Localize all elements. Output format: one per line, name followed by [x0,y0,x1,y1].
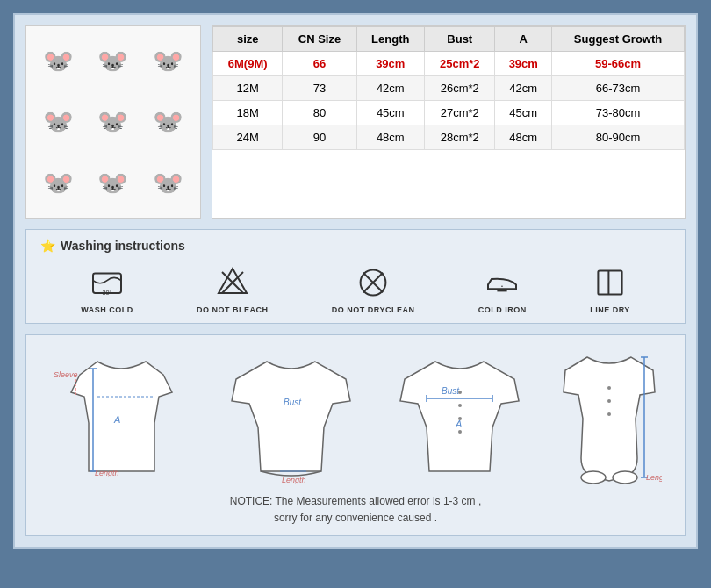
svg-rect-10 [598,270,621,294]
mickey-icon-1: 🐭 [32,32,85,90]
cell-2-0: 18M [213,101,283,125]
col-suggest: Suggest Growth [552,27,685,52]
diagram-4-svg: Length [557,344,662,484]
svg-text:Length: Length [95,469,119,477]
no-bleach-icon [215,265,250,300]
svg-text:Bust: Bust [442,386,460,396]
mickey-icon-9: 🐭 [141,154,195,212]
table-row: 24M9048cm28cm*248cm80-90cm [213,125,685,150]
cell-1-2: 42cm [356,76,425,101]
washing-section: ⭐ Washing instructions 30° WASH COLD [25,229,686,324]
diagram-1-svg: Sleeve A Length [49,344,194,484]
cell-1-3: 26cm*2 [425,76,495,101]
col-size: size [213,27,283,52]
mickey-icon-3: 🐭 [141,32,195,90]
svg-point-34 [607,386,611,390]
notice-line1: NOTICE: The Measurements allowed error i… [40,493,671,510]
cell-3-2: 48cm [356,125,425,150]
wash-cold-item: 30° WASH COLD [81,265,133,314]
svg-text:Sleeve: Sleeve [54,370,78,379]
diagram-2: Length Bust [219,344,363,484]
table-row: 18M8045cm27cm*245cm73-80cm [213,101,685,125]
svg-text:A: A [113,414,120,425]
no-dryclean-item: DO NOT DRYCLEAN [332,265,415,314]
svg-point-35 [607,399,611,403]
col-length: Length [356,27,425,52]
cell-0-2: 39cm [356,52,425,76]
cell-0-3: 25cm*2 [425,52,495,76]
main-container: 🐭 🐭 🐭 🐭 🐭 🐭 🐭 🐭 🐭 size CN Size Length [13,13,698,549]
cell-1-0: 12M [213,76,283,101]
svg-text:•: • [501,283,503,289]
cell-1-4: 42cm [495,76,552,101]
size-table-container: size CN Size Length Bust A Suggest Growt… [212,25,686,219]
mickey-icon-8: 🐭 [87,154,140,212]
cell-1-5: 66-73cm [552,76,685,101]
cell-2-2: 45cm [356,101,425,125]
cell-0-0: 6M(9M) [213,52,283,76]
wash-cold-icon: 30° [90,265,125,300]
svg-text:Length: Length [282,476,306,484]
diagram-4: Length [557,344,662,484]
mickey-icon-6: 🐭 [141,92,195,151]
product-image: 🐭 🐭 🐭 🐭 🐭 🐭 🐭 🐭 🐭 [25,25,201,219]
cell-2-3: 27cm*2 [425,101,495,125]
no-bleach-item: DO NOT BLEACH [197,265,269,314]
wash-cold-label: WASH COLD [81,305,133,314]
diagram-3-svg: Bust A [387,344,532,484]
svg-text:Bust: Bust [284,398,302,407]
col-bust: Bust [425,27,495,52]
mickey-icon-5: 🐭 [87,92,140,151]
svg-point-36 [607,412,611,416]
line-dry-icon [592,265,628,300]
svg-text:30°: 30° [102,289,111,297]
cell-3-0: 24M [213,125,283,150]
washing-icons-row: 30° WASH COLD DO NOT BLEACH [40,265,671,314]
washing-title: ⭐ Washing instructions [40,239,671,253]
mickey-icon-4: 🐭 [32,92,85,151]
cell-0-4: 39cm [495,52,552,76]
cold-iron-icon: • [485,265,520,300]
table-header-row: size CN Size Length Bust A Suggest Growt… [213,27,685,52]
mickey-icon-2: 🐭 [87,32,140,90]
cell-2-4: 45cm [495,101,552,125]
diagram-1: Sleeve A Length [49,344,194,484]
cell-0-1: 66 [283,52,356,76]
col-a: A [495,27,552,52]
cell-2-1: 80 [283,101,356,125]
no-dryclean-icon [356,265,391,300]
cell-2-5: 73-80cm [552,101,685,125]
col-cn-size: CN Size [283,27,356,52]
cell-3-1: 90 [283,125,356,150]
table-row: 12M7342cm26cm*242cm66-73cm [213,76,685,101]
cell-3-3: 28cm*2 [425,125,495,150]
cell-3-4: 48cm [495,125,552,150]
svg-point-24 [458,404,462,407]
diagram-2-svg: Length Bust [219,344,363,484]
cell-1-1: 73 [283,76,356,101]
svg-text:Length: Length [646,473,662,482]
washing-title-text: Washing instructions [61,239,185,253]
size-table: size CN Size Length Bust A Suggest Growt… [212,26,685,150]
no-dryclean-label: DO NOT DRYCLEAN [332,305,415,314]
svg-rect-8 [498,289,507,291]
table-row: 6M(9M)6639cm25cm*239cm59-66cm [213,52,685,76]
measurement-section: Sleeve A Length [25,334,686,536]
cold-iron-item: • COLD IRON [478,265,527,314]
notice-text: NOTICE: The Measurements allowed error i… [40,493,671,527]
line-dry-label: LINE DRY [590,305,630,314]
cell-0-5: 59-66cm [552,52,685,76]
diagram-row: Sleeve A Length [40,344,671,484]
svg-point-33 [613,471,637,484]
top-section: 🐭 🐭 🐭 🐭 🐭 🐭 🐭 🐭 🐭 size CN Size Length [25,25,686,219]
svg-point-32 [581,471,606,484]
cold-iron-label: COLD IRON [478,305,527,314]
no-bleach-label: DO NOT BLEACH [197,305,269,314]
line-dry-item: LINE DRY [590,265,630,314]
cell-3-5: 80-90cm [552,125,685,150]
svg-text:A: A [455,419,462,429]
svg-point-26 [458,430,462,434]
mickey-icon-7: 🐭 [32,154,85,212]
notice-line2: sorry for any convenience caused . [40,510,671,527]
diagram-3: Bust A [387,344,532,484]
